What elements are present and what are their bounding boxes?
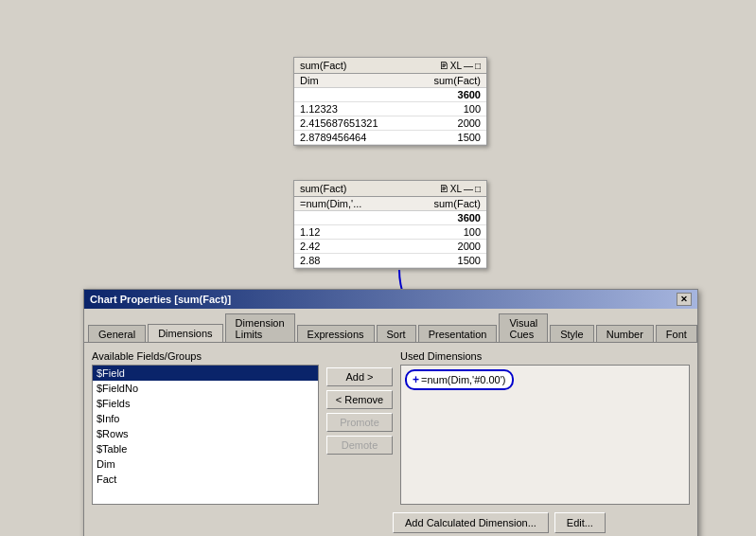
tab-sort[interactable]: Sort — [377, 325, 416, 343]
available-fields-label: Available Fields/Groups — [92, 350, 319, 362]
tab-dimension-limits[interactable]: Dimension Limits — [225, 313, 295, 343]
dialog-content: Available Fields/Groups $Field $FieldNo … — [84, 343, 697, 536]
chart-properties-dialog: Chart Properties [sum(Fact)] ✕ General D… — [83, 289, 698, 536]
table2-col-dim: =num(Dim,'... — [294, 197, 393, 211]
background-table-1: sum(Fact) 🖹 XL — □ Dim sum(Fact) 3600 1.… — [293, 57, 487, 146]
used-dimensions-box[interactable]: + =num(Dim,'#0.00') — [400, 365, 690, 505]
demote-button[interactable]: Demote — [326, 436, 393, 455]
table2-title: sum(Fact) 🖹 XL — □ — [294, 181, 486, 197]
table1-icons: 🖹 XL — □ — [439, 61, 481, 71]
table1-col-fact: sum(Fact) — [416, 74, 486, 88]
list-item-field[interactable]: $Field — [93, 366, 318, 381]
edit-button[interactable]: Edit... — [554, 512, 606, 533]
dimension-item[interactable]: + =num(Dim,'#0.00') — [405, 369, 514, 390]
right-panel: Used Dimensions + =num(Dim,'#0.00') — [400, 350, 690, 505]
used-dimensions-label: Used Dimensions — [400, 350, 690, 362]
titlebar-buttons: ✕ — [677, 293, 692, 306]
close-button[interactable]: ✕ — [677, 293, 692, 306]
table2-icons: 🖹 XL — □ — [439, 184, 481, 194]
list-item-rows[interactable]: $Rows — [93, 426, 318, 441]
table1-title: sum(Fact) 🖹 XL — □ — [294, 58, 486, 74]
dialog-titlebar: Chart Properties [sum(Fact)] ✕ — [84, 290, 697, 309]
table2-col-fact: sum(Fact) — [408, 197, 486, 211]
add-button[interactable]: Add > — [326, 367, 393, 386]
list-item-fact[interactable]: Fact — [93, 472, 318, 487]
remove-button[interactable]: < Remove — [326, 390, 393, 409]
bottom-action-buttons: Add Calculated Dimension... Edit... — [92, 512, 690, 533]
list-item-fieldno[interactable]: $FieldNo — [93, 381, 318, 396]
tabs-container: General Dimensions Dimension Limits Expr… — [84, 309, 697, 343]
tab-dimensions[interactable]: Dimensions — [148, 324, 222, 343]
add-calculated-dimension-button[interactable]: Add Calculated Dimension... — [393, 512, 549, 533]
promote-button[interactable]: Promote — [326, 413, 393, 432]
list-item-fields[interactable]: $Fields — [93, 396, 318, 411]
middle-buttons: Add > < Remove Promote Demote — [326, 350, 393, 505]
dim-plus-icon: + — [413, 373, 419, 386]
tab-expressions[interactable]: Expressions — [297, 325, 375, 343]
left-panel: Available Fields/Groups $Field $FieldNo … — [92, 350, 319, 505]
tab-style[interactable]: Style — [550, 325, 593, 343]
table1-col-dim: Dim — [294, 74, 402, 88]
background-table-2: sum(Fact) 🖹 XL — □ =num(Dim,'... sum(Fac… — [293, 180, 487, 269]
tab-visual-cues[interactable]: Visual Cues — [499, 313, 548, 343]
tab-presentation[interactable]: Presentation — [418, 325, 498, 343]
dim-item-text: =num(Dim,'#0.00') — [421, 374, 505, 385]
tab-number[interactable]: Number — [596, 325, 654, 343]
dialog-title: Chart Properties [sum(Fact)] — [90, 294, 231, 305]
list-item-dim[interactable]: Dim — [93, 456, 318, 472]
tab-general[interactable]: General — [88, 325, 146, 343]
dialog-body: Available Fields/Groups $Field $FieldNo … — [92, 350, 690, 505]
tab-font[interactable]: Font — [656, 325, 697, 343]
list-item-table[interactable]: $Table — [93, 441, 318, 456]
available-fields-list[interactable]: $Field $FieldNo $Fields $Info $Rows $Tab… — [92, 365, 319, 505]
list-item-info[interactable]: $Info — [93, 411, 318, 426]
